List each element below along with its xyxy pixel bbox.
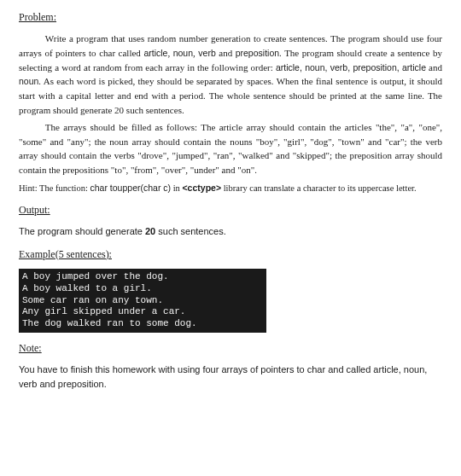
heading-example: Example(5 sentences): <box>19 247 442 262</box>
keyword-noun: noun <box>173 48 193 58</box>
text: such sentences. <box>155 226 226 236</box>
note-text: You have to finish this homework with us… <box>19 363 442 391</box>
output-count: 20 <box>145 226 155 236</box>
console-line: Some car ran on any town. <box>22 295 163 305</box>
output-text: The program should generate 20 such sent… <box>19 225 442 239</box>
hint-function: char toupper(char c) <box>90 183 172 193</box>
heading-output: Output: <box>19 203 442 218</box>
problem-paragraph-2: The arrays should be filled as follows: … <box>19 120 442 177</box>
text: and <box>216 48 236 58</box>
keyword-verb: verb <box>198 48 215 58</box>
text: . As each word is picked, they should be… <box>19 76 442 114</box>
hint-text-a: Hint: The function: <box>19 183 90 193</box>
keyword-article: article <box>143 48 167 58</box>
console-line: A boy walked to a girl. <box>22 283 152 293</box>
keyword-preposition: preposition <box>236 48 279 58</box>
console-line: Any girl skipped under a car. <box>22 306 185 316</box>
hint-library: <cctype> <box>182 183 221 193</box>
keyword-order: article, noun, verb, preposition, articl… <box>276 62 426 73</box>
text: The program should generate <box>19 226 145 236</box>
text: and <box>426 62 442 73</box>
console-line: A boy jumped over the dog. <box>22 271 169 282</box>
console-output: A boy jumped over the dog. A boy walked … <box>19 269 266 333</box>
hint-block: Hint: The function: char toupper(char c)… <box>19 182 442 194</box>
console-line: The dog walked ran to some dog. <box>22 318 197 328</box>
problem-paragraph-1: Write a program that uses random number … <box>19 32 442 117</box>
heading-problem: Problem: <box>19 10 442 25</box>
hint-text-b: in <box>171 183 182 193</box>
hint-text-c: library can translate a character to its… <box>221 183 417 193</box>
keyword-noun-2: noun <box>19 76 38 86</box>
heading-note: Note: <box>19 341 442 356</box>
